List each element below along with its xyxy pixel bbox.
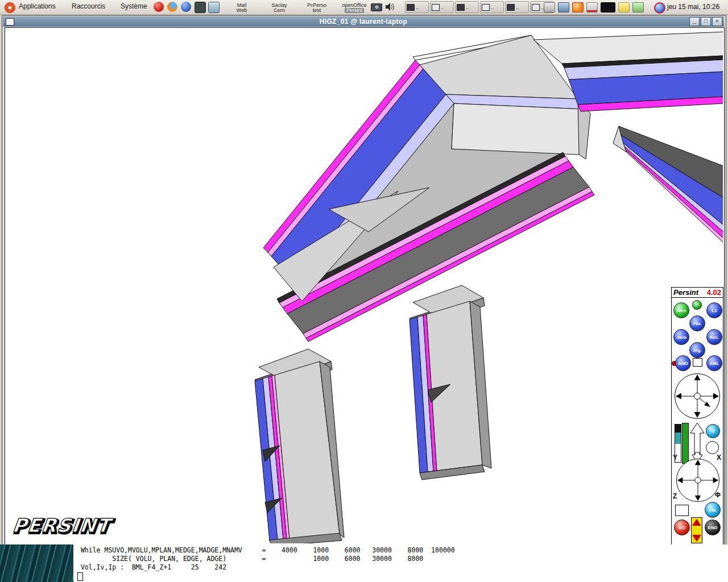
persint-control-panel: Persint 4.02 Wire ? L1 File. Java Rec. D… xyxy=(671,287,723,545)
system-tray xyxy=(544,2,644,13)
launcher-openoffice-persint[interactable]: openOffice Persint xyxy=(336,1,373,13)
rotate-dial[interactable] xyxy=(676,458,720,502)
print-job-icon[interactable] xyxy=(586,2,598,13)
display-tray-icon[interactable] xyxy=(601,2,615,13)
launcher-saclay-cern[interactable]: Saclay Cern xyxy=(260,1,298,13)
close-button[interactable]: × xyxy=(712,17,722,26)
console-line: Vol,Iv,Ip : BML_F4_Z+1 25 242 xyxy=(73,563,728,572)
terminal-icon[interactable] xyxy=(195,2,206,13)
updates-icon[interactable] xyxy=(572,2,584,13)
chamber-right xyxy=(410,285,491,480)
end-button[interactable]: END xyxy=(705,519,721,535)
mode-checkbox[interactable] xyxy=(693,358,702,367)
taskbar-button[interactable]: .. xyxy=(480,1,504,13)
taskbar-button[interactable]: .. xyxy=(505,1,529,13)
clock-applet-icon[interactable] xyxy=(654,2,665,14)
xml-button[interactable]: XML xyxy=(706,355,722,371)
display-icon[interactable] xyxy=(208,2,220,13)
titlebar[interactable]: HIGZ_01 @ laurent-laptop _ □ × xyxy=(3,16,724,27)
launcher-grid: Mail Web Saclay Cern PcPerso test openOf… xyxy=(223,1,373,13)
emblem-icon[interactable] xyxy=(154,2,164,12)
beam-right xyxy=(613,126,723,243)
launcher-pcperso-test[interactable]: PcPerso test xyxy=(298,1,336,13)
axis-z-label: Z xyxy=(673,492,677,500)
rec-button[interactable]: Rec. xyxy=(706,329,722,345)
screenshot-camera-icon[interactable] xyxy=(371,3,382,11)
notes-icon[interactable] xyxy=(618,2,630,13)
cla-button[interactable]: Cla. xyxy=(705,502,721,518)
window-title: HIGZ_01 @ laurent-laptop xyxy=(3,18,724,26)
transcript-console[interactable]: While MSUVO,MVOLU,MPLAN,MEDGE,MADGE,MNAM… xyxy=(73,544,728,582)
java-button[interactable]: Java xyxy=(673,329,689,345)
taskbar-button[interactable]: .. xyxy=(430,1,454,13)
menu-applications[interactable]: Applications xyxy=(15,0,59,13)
go-button[interactable]: GO xyxy=(674,519,690,535)
l1-button[interactable]: L1 xyxy=(706,302,722,318)
network-icon[interactable] xyxy=(558,2,569,13)
svg-text:PERSINT: PERSINT xyxy=(11,514,114,537)
origin-button[interactable]: O xyxy=(706,424,720,438)
text-cursor xyxy=(77,572,83,581)
gnome-panel: Applications Raccourcis Système Mail Web… xyxy=(0,0,728,15)
taskbar-button[interactable]: .. xyxy=(405,1,429,13)
window-list: .. .. .. .. .. .. xyxy=(405,1,555,13)
help-button[interactable]: ? xyxy=(692,300,702,310)
pan-dial[interactable] xyxy=(674,373,721,419)
higz-window: HIGZ_01 @ laurent-laptop _ □ × xyxy=(2,15,726,546)
persint-version: 4.02 xyxy=(707,288,721,297)
console-line: SIZE( VOLU, PLAN, EDGE, ADGE) = 1000 600… xyxy=(73,555,728,563)
persint-panel-title: Persint 4.02 xyxy=(672,288,723,298)
main-structure xyxy=(263,35,594,342)
firefox-icon[interactable] xyxy=(167,2,177,12)
minimize-button[interactable]: _ xyxy=(689,17,700,26)
file-button[interactable]: File. xyxy=(689,315,705,331)
step-slider[interactable] xyxy=(691,517,702,543)
persint-name: Persint xyxy=(673,288,698,297)
printer-icon[interactable] xyxy=(544,2,555,13)
taskbar-button[interactable]: .. xyxy=(455,1,479,13)
maximize-button[interactable]: □ xyxy=(701,17,711,26)
persint-logo: PERSINT PERSINT xyxy=(8,509,116,541)
dig-button[interactable]: Dig. xyxy=(689,342,705,358)
amd-button[interactable]: AMD xyxy=(675,355,691,371)
detector-geometry xyxy=(5,28,723,543)
wire-button[interactable]: Wire xyxy=(673,302,689,318)
viewport-3d[interactable] xyxy=(5,27,725,545)
clock[interactable]: jeu 15 mai, 10:26 xyxy=(667,3,719,11)
menu-systeme[interactable]: Système xyxy=(117,0,151,13)
battery-icon[interactable] xyxy=(632,2,644,13)
axis-phi-label: Φ xyxy=(715,491,721,499)
web-mail-icon[interactable] xyxy=(181,2,191,12)
menu-raccourcis[interactable]: Raccourcis xyxy=(68,0,109,13)
ubuntu-logo-icon[interactable] xyxy=(5,2,15,13)
launcher-mail-web[interactable]: Mail Web xyxy=(223,1,260,13)
blank-button[interactable] xyxy=(675,505,689,516)
reset-circle-button[interactable] xyxy=(706,441,719,454)
speaker-icon[interactable] xyxy=(384,2,395,11)
desktop-wallpaper xyxy=(0,544,73,582)
console-line: While MSUVO,MVOLU,MPLAN,MEDGE,MADGE,MNAM… xyxy=(73,544,728,555)
chamber-left xyxy=(255,349,344,543)
